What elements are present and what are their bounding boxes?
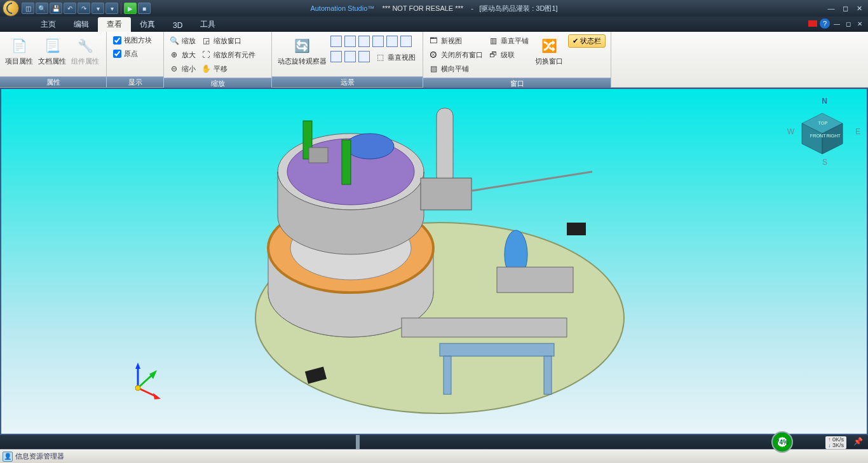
quick-access-toolbar: ◫ 🔍 💾 ↶ ↷ ▾ ▾ ▶ ■ — [22, 3, 151, 14]
svg-rect-23 — [440, 343, 554, 356]
axis-gizmo-icon — [125, 363, 163, 401]
tile-v-button[interactable]: ▥垂直平铺 — [487, 34, 530, 47]
view-side-icon[interactable] — [358, 51, 370, 62]
cascade-icon: 🗗 — [488, 50, 498, 60]
view-iso6-icon[interactable] — [400, 36, 412, 47]
explorer-icon: 👤 — [3, 452, 13, 462]
zoom-fit-label: 缩放 — [182, 36, 196, 46]
zoom-out-button[interactable]: ⊖缩小 — [168, 62, 197, 75]
ribbon-close-button[interactable]: ✕ — [855, 19, 864, 28]
compass-s[interactable]: S — [822, 158, 827, 167]
download-value: 3K/s — [832, 442, 844, 448]
close-all-button[interactable]: ⮿关闭所有窗口 — [427, 48, 484, 61]
origin-check-input[interactable] — [113, 50, 121, 58]
compass-w[interactable]: W — [787, 127, 794, 136]
viewcube-top-label: TOP — [818, 120, 828, 126]
maximize-button[interactable]: ◻ — [839, 3, 851, 13]
tab-3d[interactable]: 3D — [164, 19, 191, 32]
statusbar-toggle-button[interactable]: ✔ 状态栏 — [568, 34, 606, 48]
qat-separator — [121, 3, 121, 14]
pin-icon[interactable]: 📌 — [853, 437, 863, 446]
qat-dropdown-1[interactable]: ▾ — [92, 3, 104, 14]
bottom-panel-tab[interactable]: 👤 信息资源管理器 — [0, 449, 868, 463]
qat-dropdown-2[interactable]: ▾ — [105, 3, 118, 14]
group-display-title: 显示 — [107, 76, 163, 87]
new-view-button[interactable]: 🗔新视图 — [427, 34, 484, 47]
app-orb-button[interactable] — [3, 0, 19, 17]
ribbon-minimize-button[interactable]: — — [832, 19, 841, 28]
view-iso1-icon[interactable] — [330, 36, 342, 47]
zoom-fit-icon: 🔍 — [169, 36, 179, 46]
tile-h-button[interactable]: ▤横向平铺 — [427, 62, 484, 75]
zoom-in-label: 放大 — [182, 50, 196, 60]
pan-label: 平移 — [214, 64, 227, 74]
view-iso2-icon[interactable] — [344, 36, 356, 47]
ortho-view-button[interactable]: ⬚垂直视图 — [374, 51, 417, 64]
compass-n[interactable]: N — [822, 97, 827, 106]
qat-stop-icon[interactable]: ■ — [138, 3, 151, 14]
viewcube-front-label: FRONT — [810, 133, 826, 139]
minimize-button[interactable]: — — [825, 3, 837, 13]
view-iso5-icon[interactable] — [386, 36, 398, 47]
tab-sim[interactable]: 仿真 — [131, 17, 164, 32]
origin-checkbox[interactable]: 原点 — [113, 49, 152, 59]
viewcube-checkbox[interactable]: 视图方块 — [113, 36, 152, 45]
pan-button[interactable]: ✋平移 — [200, 62, 257, 75]
compass-e[interactable]: E — [855, 127, 860, 136]
origin-check-label: 原点 — [124, 49, 138, 59]
window-controls: — ◻ ✕ — [825, 3, 868, 13]
zoom-window-button[interactable]: ◲缩放窗口 — [200, 34, 257, 47]
group-view3d-title: 远景 — [272, 76, 423, 87]
orbit-label: 动态旋转观察器 — [278, 57, 327, 66]
flag-icon[interactable] — [808, 20, 817, 27]
new-view-label: 新视图 — [441, 36, 462, 46]
viewcube-check-input[interactable] — [113, 36, 121, 45]
ribbon-tabs: 主页 编辑 查看 仿真 3D 工具 ? — ◻ ✕ — [0, 17, 868, 32]
zoom-all-label: 缩放所有元件 — [214, 50, 255, 60]
zoom-in-icon: ⊕ — [169, 50, 179, 60]
view-iso3-icon[interactable] — [358, 36, 370, 47]
cascade-label: 级联 — [501, 50, 515, 60]
qat-redo-icon[interactable]: ↷ — [78, 3, 90, 14]
viewcube[interactable]: FRONT RIGHT TOP — [797, 108, 848, 159]
group-properties-title: 属性 — [0, 76, 106, 87]
cascade-button[interactable]: 🗗级联 — [487, 48, 530, 61]
performance-gauge[interactable]: 74% — [771, 431, 793, 453]
qat-play-icon[interactable]: ▶ — [124, 3, 137, 14]
new-view-icon: 🗔 — [428, 36, 438, 46]
qat-save-icon[interactable]: 💾 — [50, 3, 62, 14]
zoom-all-button[interactable]: ⛶缩放所有元件 — [200, 48, 257, 61]
view-top-icon[interactable] — [330, 51, 342, 62]
status-splitter[interactable] — [356, 435, 360, 449]
switch-window-button[interactable]: 🔀 切换窗口 — [532, 34, 566, 67]
orbit-button[interactable]: 🔄 动态旋转观察器 — [276, 34, 328, 67]
not-for-resale-label: *** NOT FOR RESALE *** — [383, 4, 464, 12]
tab-edit[interactable]: 编辑 — [65, 17, 98, 32]
zoom-in-button[interactable]: ⊕放大 — [168, 48, 197, 61]
tile-h-icon: ▤ — [428, 64, 438, 74]
close-button[interactable]: ✕ — [853, 3, 865, 13]
tab-view[interactable]: 查看 — [98, 17, 131, 32]
document-properties-button[interactable]: 📃 文档属性 — [37, 34, 67, 67]
3d-model — [243, 102, 637, 432]
tab-home[interactable]: 主页 — [32, 17, 65, 32]
zoom-fit-button[interactable]: 🔍缩放 — [168, 34, 197, 47]
zoom-window-icon: ◲ — [201, 36, 211, 46]
gear-comp-icon: 🔧 — [75, 36, 95, 56]
qat-undo-icon[interactable]: ↶ — [64, 3, 76, 14]
tab-tools[interactable]: 工具 — [191, 17, 224, 32]
ribbon-restore-button[interactable]: ◻ — [844, 19, 853, 28]
svg-marker-3 — [153, 393, 161, 399]
view-front-icon[interactable] — [344, 51, 356, 62]
qat-open-icon[interactable]: 🔍 — [36, 3, 48, 14]
explorer-label: 信息资源管理器 — [15, 452, 64, 461]
3d-viewport[interactable]: FRONT RIGHT TOP N S E W — [0, 88, 868, 435]
qat-new-icon[interactable]: ◫ — [22, 3, 34, 14]
project-properties-button[interactable]: 📄 项目属性 — [4, 34, 34, 67]
close-all-label: 关闭所有窗口 — [441, 50, 483, 60]
help-icon[interactable]: ? — [820, 18, 830, 29]
download-arrow-icon: ↓ — [828, 442, 831, 448]
project-properties-label: 项目属性 — [5, 57, 33, 66]
view-iso4-icon[interactable] — [372, 36, 384, 47]
pan-icon: ✋ — [201, 64, 211, 74]
